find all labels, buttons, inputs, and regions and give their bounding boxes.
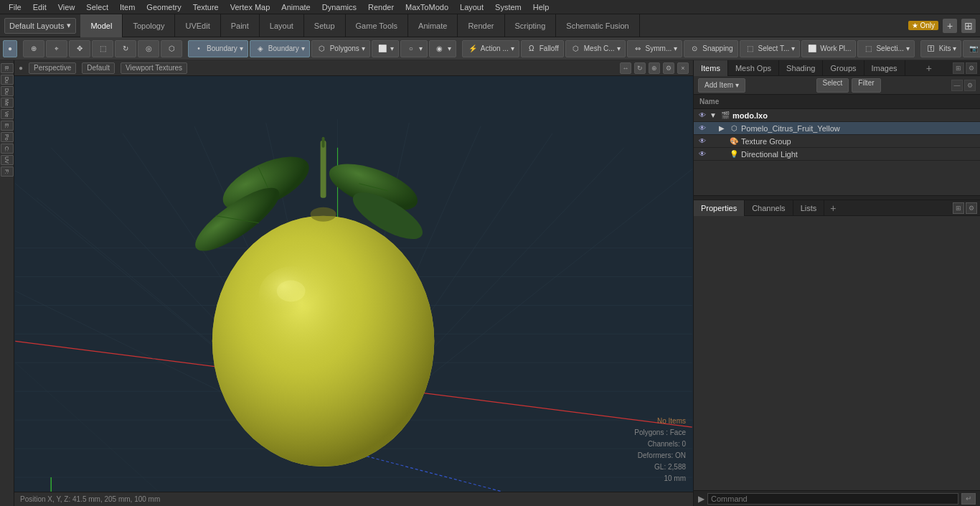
menu-help[interactable]: Help	[527, 0, 555, 14]
layout-tab-layout[interactable]: Layout	[260, 14, 304, 37]
left-tool-e[interactable]: E:	[1, 121, 14, 131]
tool-vertices[interactable]: • Boundary ▾	[188, 40, 248, 57]
item-row-modo-bxo[interactable]: 👁 ▼ 🎬 modo.lxo	[694, 109, 980, 122]
layout-tab-schematic[interactable]: Schematic Fusion	[556, 14, 639, 37]
viewport-rotate-icon[interactable]: ↻	[634, 62, 646, 74]
menu-dynamics[interactable]: Dynamics	[316, 0, 362, 14]
tool-shield[interactable]: ⬡	[161, 40, 182, 57]
prop-tab-properties[interactable]: Properties	[694, 200, 745, 216]
prop-tab-channels[interactable]: Channels	[745, 200, 793, 216]
add-layout-button[interactable]: +	[943, 19, 957, 33]
menu-animate[interactable]: Animate	[275, 0, 316, 14]
viewport-close-icon[interactable]: ×	[677, 62, 689, 74]
viewport-zoom-icon[interactable]: ⊕	[649, 62, 660, 74]
command-submit-button[interactable]: ↵	[961, 493, 976, 505]
tool-polygons[interactable]: ⬡ Polygons ▾	[311, 40, 370, 57]
items-select-button[interactable]: Select	[816, 78, 849, 93]
layout-tab-scripting[interactable]: Scripting	[505, 14, 557, 37]
menu-layout[interactable]: Layout	[454, 0, 489, 14]
tool-box-select[interactable]: ⬚	[92, 40, 113, 57]
left-tool-mes[interactable]: Me	[1, 98, 14, 108]
tool-globe[interactable]: ⊕	[23, 40, 44, 57]
items-filter-button[interactable]: Filter	[852, 78, 880, 93]
add-item-button[interactable]: Add Item ▾	[698, 78, 745, 93]
item-expand-pomelo[interactable]: ▶	[717, 123, 727, 133]
menu-file[interactable]: File	[3, 0, 27, 14]
menu-edit[interactable]: Edit	[27, 0, 52, 14]
tool-mode4[interactable]: ⬜ ▾	[372, 40, 399, 57]
command-input[interactable]	[707, 493, 958, 505]
add-prop-tab-button[interactable]: +	[824, 200, 842, 216]
left-tool-pol[interactable]: Po	[1, 132, 14, 142]
menu-view[interactable]: View	[52, 0, 81, 14]
left-tool-b[interactable]: B:	[1, 63, 14, 73]
tool-falloff[interactable]: Ω Falloff	[521, 40, 564, 57]
mode-button[interactable]: ●	[3, 40, 17, 57]
viewport-textures-btn[interactable]: Viewport Textures	[121, 62, 187, 74]
tool-transform[interactable]: ✥	[69, 40, 90, 57]
menu-render[interactable]: Render	[362, 0, 400, 14]
prop-tab-lists[interactable]: Lists	[793, 200, 825, 216]
layout-tab-model[interactable]: Model	[80, 14, 123, 37]
layout-tab-paint[interactable]: Paint	[221, 14, 260, 37]
tool-camera[interactable]: 📷	[963, 40, 980, 57]
viewport-default-btn[interactable]: Default	[82, 62, 115, 74]
menu-item[interactable]: Item	[114, 0, 141, 14]
prop-settings-icon[interactable]: ⚙	[966, 202, 977, 214]
item-row-texture-group[interactable]: 👁 🎨 Texture Group	[694, 135, 980, 148]
left-tool-dup1[interactable]: Du	[1, 75, 14, 85]
tool-circle-select[interactable]: ◎	[138, 40, 159, 57]
rp-tab-meshops[interactable]: Mesh Ops	[728, 60, 779, 76]
viewport-settings-icon[interactable]: ⚙	[663, 62, 674, 74]
maximize-button[interactable]: ⊞	[961, 19, 976, 33]
viewport[interactable]: Y	[14, 76, 693, 492]
tool-circle2[interactable]: ○ ▾	[400, 40, 428, 57]
items-settings-icon[interactable]: ⚙	[964, 80, 976, 91]
tool-workplane[interactable]: ⬜ Work Pl...	[801, 40, 856, 57]
layout-dropdown[interactable]: Default Layouts ▾	[4, 18, 76, 34]
add-panel-tab-button[interactable]: +	[920, 60, 938, 76]
tool-boundary[interactable]: ◈ Boundary ▾	[250, 40, 310, 57]
menu-geometry[interactable]: Geometry	[141, 0, 187, 14]
tool-cursor[interactable]: ⌖	[46, 40, 67, 57]
layout-tab-gametools[interactable]: Game Tools	[346, 14, 409, 37]
tool-mesh[interactable]: ⬡ Mesh C... ▾	[565, 40, 626, 57]
rp-tab-shading[interactable]: Shading	[779, 60, 823, 76]
rp-tab-images[interactable]: Images	[864, 60, 905, 76]
item-eye-light[interactable]: 👁	[697, 149, 708, 160]
left-tool-f[interactable]: F:	[1, 167, 14, 177]
rp-tab-items[interactable]: Items	[694, 60, 728, 76]
layout-tab-topology[interactable]: Topology	[123, 14, 175, 37]
item-eye-texture[interactable]: 👁	[697, 136, 708, 147]
left-tool-c[interactable]: C:	[1, 144, 14, 154]
menu-maxtomodo[interactable]: MaxToModo	[400, 0, 454, 14]
menu-system[interactable]: System	[489, 0, 527, 14]
item-eye-modo[interactable]: 👁	[697, 110, 708, 121]
rp-tab-groups[interactable]: Groups	[823, 60, 864, 76]
layout-tab-animate[interactable]: Animate	[408, 14, 458, 37]
left-tool-vert[interactable]: Ve	[1, 109, 14, 119]
left-tool-uv[interactable]: UV	[1, 155, 14, 165]
tool-select-tool[interactable]: ⬚ Select T... ▾	[740, 40, 801, 57]
left-tool-dup2[interactable]: Du	[1, 86, 14, 96]
item-row-light[interactable]: 👁 💡 Directional Light	[694, 148, 980, 161]
layout-tab-setup[interactable]: Setup	[304, 14, 346, 37]
item-row-pomelo[interactable]: 👁 ▶ ⬡ Pomelo_Citrus_Fruit_Yellow	[694, 122, 980, 135]
viewport-perspective-btn[interactable]: Perspective	[29, 62, 76, 74]
panel-expand-icon[interactable]: ⊞	[953, 62, 964, 74]
item-eye-pomelo[interactable]: 👁	[697, 123, 708, 134]
menu-vertexmap[interactable]: Vertex Map	[225, 0, 276, 14]
item-expand-modo[interactable]: ▼	[708, 111, 718, 121]
tool-rotate[interactable]: ↻	[115, 40, 136, 57]
tool-sphere2[interactable]: ◉ ▾	[429, 40, 456, 57]
tool-symmetry[interactable]: ⇔ Symm... ▾	[627, 40, 683, 57]
tool-snapping[interactable]: ⊙ Snapping	[684, 40, 738, 57]
items-collapse-icon[interactable]: —	[951, 80, 963, 91]
prop-expand-icon[interactable]: ⊞	[953, 202, 964, 214]
layout-tab-uvedit[interactable]: UVEdit	[175, 14, 220, 37]
layout-tab-render[interactable]: Render	[458, 14, 504, 37]
tool-action[interactable]: ⚡ Action ... ▾	[462, 40, 519, 57]
panel-settings-icon[interactable]: ⚙	[966, 62, 977, 74]
menu-select[interactable]: Select	[80, 0, 114, 14]
menu-texture[interactable]: Texture	[187, 0, 225, 14]
